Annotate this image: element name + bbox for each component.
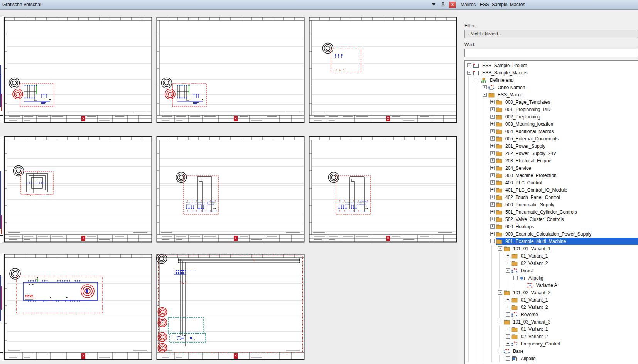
collapse-icon[interactable]: - <box>498 290 502 295</box>
tree-item-allpolig[interactable]: -Allpolig <box>465 274 638 281</box>
page-thumbnail-2[interactable] <box>156 17 305 123</box>
collapse-icon[interactable]: - <box>467 71 471 75</box>
tree-item-900-example-calculation-power-supply[interactable]: +900_Example_Calculation_Power_Supply <box>465 230 638 238</box>
tree-item-01-variant-1[interactable]: +01_Variant_1 <box>465 252 638 260</box>
collapse-icon[interactable]: - <box>498 320 502 324</box>
dropdown-icon[interactable] <box>430 2 437 8</box>
expand-icon[interactable]: + <box>506 312 510 317</box>
tree-item-ohne-namen[interactable]: +Ohne Namen <box>465 84 638 91</box>
expand-icon[interactable]: + <box>490 195 495 199</box>
tree-item-401-plc-control-io-module[interactable]: +401_PLC_Control_IO_Module <box>465 186 638 194</box>
collapse-icon[interactable]: - <box>498 349 502 353</box>
tree-item-500-pneumatic-supply[interactable]: +500_Pneumatic_Supply <box>465 201 638 208</box>
folder-icon <box>496 238 503 244</box>
tree-item-203-electrical-engine[interactable]: +203_Electrical_Engine <box>465 157 638 164</box>
expand-icon[interactable]: + <box>490 144 495 148</box>
tree-item-02-variant-2[interactable]: +02_Variant_2 <box>465 303 638 311</box>
filter-select[interactable]: - Nicht aktiviert - <box>464 30 638 38</box>
tree-item-01-variant-1[interactable]: +01_Variant_1 <box>465 325 638 333</box>
collapse-icon[interactable]: - <box>475 78 479 82</box>
collapse-icon[interactable]: - <box>490 239 495 243</box>
tree-item-frequency-control[interactable]: +Frequency_Control <box>465 340 638 347</box>
folder-icon <box>496 158 503 163</box>
tree-item-label: 901_Example_Multi_Machine <box>504 238 567 244</box>
tree-item-000-page-templates[interactable]: +000_Page_Templates <box>465 98 638 106</box>
page-thumbnail-1[interactable] <box>4 17 152 123</box>
expand-icon[interactable]: + <box>506 327 510 331</box>
tree-item-101-03-variant-3[interactable]: -101_03_Variant_3 <box>465 318 638 325</box>
tree-indent-guides <box>465 142 488 150</box>
close-icon[interactable]: x <box>449 2 456 8</box>
tree-item-ess-macro[interactable]: -ESS_Macro <box>465 91 638 98</box>
page-thumbnail-3[interactable] <box>309 17 457 123</box>
expand-icon[interactable]: + <box>490 210 495 214</box>
window-icon <box>511 356 518 361</box>
expand-icon[interactable]: + <box>506 298 510 302</box>
tree-item-204-service[interactable]: +204_Service <box>465 164 638 172</box>
tree-item-001-preplanning-pid[interactable]: +001_Preplanning_PID <box>465 106 638 113</box>
expand-icon[interactable]: + <box>490 166 495 170</box>
tree-item-005-external-documents[interactable]: +005_External_Documents <box>465 135 638 142</box>
tree-item-02-variant-2[interactable]: +02_Variant_2 <box>465 260 638 267</box>
tree-item-direct[interactable]: -Direct <box>465 267 638 274</box>
page-thumbnail-5[interactable] <box>156 136 305 243</box>
page-thumbnail-6[interactable] <box>309 136 457 243</box>
tree-item-201-power-supply[interactable]: +201_Power_Supply <box>465 142 638 150</box>
folder-icon <box>496 209 503 215</box>
tree-item-allpolig[interactable]: +Allpolig <box>465 355 638 362</box>
expand-icon[interactable]: + <box>506 334 510 339</box>
tree-item-300-machine-protection[interactable]: +300_Machine_Protection <box>465 172 638 179</box>
tree-item-02-variant-2[interactable]: +02_Variant_2 <box>465 333 638 340</box>
wert-input[interactable] <box>464 49 638 57</box>
expand-icon[interactable]: + <box>490 217 495 221</box>
tree-item-ess-sample-macros[interactable]: -ESS_Sample_Macros <box>465 69 638 76</box>
page-thumbnail-4[interactable] <box>4 136 152 243</box>
expand-icon[interactable]: + <box>490 202 495 207</box>
tree-item-003-mounting-location[interactable]: +003_Mounting_location <box>465 120 638 128</box>
tree-item-reverse[interactable]: +Reverse <box>465 311 638 318</box>
tree-item-502-valve-cluster-controls[interactable]: +502_Valve_Cluster_Controls <box>465 216 638 223</box>
tree-item-400-plc-control[interactable]: +400_PLC_Control <box>465 179 638 186</box>
expand-icon[interactable]: + <box>506 261 510 265</box>
expand-icon[interactable]: + <box>490 232 495 236</box>
tree-item-004-additional-macros[interactable]: +004_Additional_Macros <box>465 128 638 135</box>
tree-item-402-touch-panel-control[interactable]: +402_Touch_Panel_Control <box>465 194 638 201</box>
expand-icon[interactable]: + <box>490 173 495 177</box>
tree-item-base[interactable]: -Base <box>465 347 638 355</box>
expand-icon[interactable]: + <box>490 115 495 119</box>
page-thumbnail-8[interactable] <box>156 254 305 360</box>
page-thumbnail-7[interactable] <box>4 254 152 360</box>
expand-icon[interactable]: + <box>490 188 495 192</box>
expand-icon[interactable]: + <box>490 180 495 185</box>
expand-icon[interactable]: + <box>490 100 495 104</box>
expand-icon[interactable]: + <box>506 342 510 346</box>
expand-icon[interactable]: + <box>490 136 495 141</box>
expand-icon[interactable]: + <box>506 254 510 258</box>
tree-item-202-power-supply-24v[interactable]: +202_Power_Supply_24V <box>465 150 638 157</box>
tree-item-definierend[interactable]: -Definierend <box>465 76 638 84</box>
expand-icon[interactable]: + <box>490 224 495 229</box>
tree-item-600-hookups[interactable]: +600_Hookups <box>465 223 638 230</box>
collapse-icon[interactable]: - <box>506 268 510 273</box>
expand-icon[interactable]: + <box>490 151 495 155</box>
tree-item-ess-sample-project[interactable]: +ESS_Sample_Project <box>465 62 638 69</box>
expand-icon[interactable]: + <box>490 158 495 163</box>
expand-icon[interactable]: + <box>506 305 510 309</box>
tree-item-501-pneumatic-cylinder-controls[interactable]: +501_Pneumatic_Cylinder_Controls <box>465 208 638 216</box>
collapse-icon[interactable]: - <box>513 276 518 280</box>
collapse-icon[interactable]: - <box>498 246 502 251</box>
expand-icon[interactable]: + <box>490 107 495 111</box>
pin-icon[interactable] <box>440 2 446 8</box>
tree-item-901-example-multi-machine[interactable]: -901_Example_Multi_Machine <box>465 238 638 245</box>
tree-item-01-variant-1[interactable]: +01_Variant_1 <box>465 296 638 303</box>
tree-item-002-preplanning[interactable]: +002_Preplanning <box>465 113 638 120</box>
expand-icon[interactable]: + <box>490 129 495 133</box>
expand-icon[interactable]: + <box>490 122 495 126</box>
collapse-icon[interactable]: - <box>483 93 487 97</box>
tree-item-101-01-variant-1[interactable]: -101_01_Variant_1 <box>465 245 638 252</box>
expand-icon[interactable]: + <box>467 63 471 67</box>
expand-icon[interactable]: + <box>483 85 487 89</box>
tree-item-101-02-variant-2[interactable]: -101_02_Variant_2 <box>465 289 638 296</box>
expand-icon[interactable]: + <box>506 356 510 361</box>
tree-item-variante-a[interactable]: Variante A <box>465 281 638 289</box>
